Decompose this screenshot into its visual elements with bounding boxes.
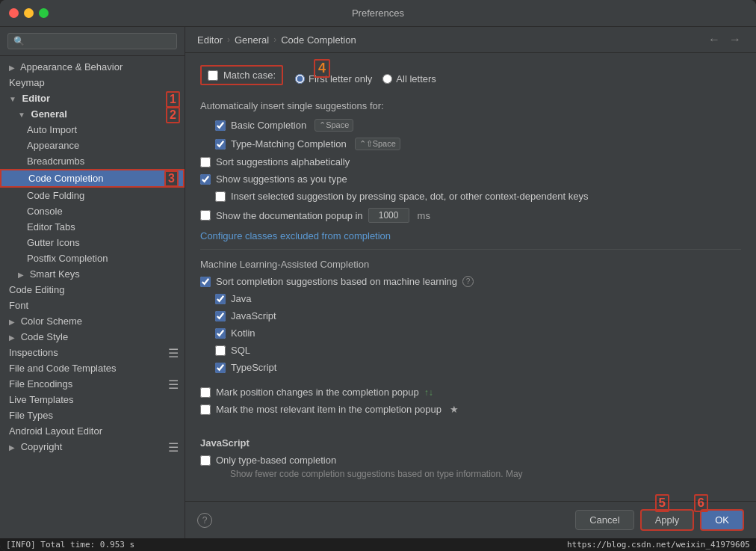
- sidebar-item-label: Editor: [22, 93, 51, 104]
- javascript-checkbox[interactable]: [215, 311, 226, 321]
- sort-alpha-label: Sort suggestions alphabetically: [216, 156, 350, 167]
- sql-checkbox[interactable]: [215, 345, 226, 356]
- typescript-checkbox[interactable]: [215, 363, 226, 373]
- insert-space-label: Insert selected suggestion by pressing s…: [231, 191, 588, 202]
- insert-space-checkbox[interactable]: [215, 191, 226, 202]
- type-matching-key: ⌃⇧Space: [355, 138, 400, 150]
- annotation-5: 5: [655, 494, 669, 512]
- sidebar-item-inspections[interactable]: Inspections ☰: [0, 345, 185, 360]
- close-button[interactable]: [9, 8, 19, 18]
- sidebar-item-file-types[interactable]: File Types: [0, 407, 185, 423]
- sidebar-item-editor[interactable]: ▼ Editor 1: [0, 90, 185, 106]
- sidebar-item-editor-tabs[interactable]: Editor Tabs: [0, 219, 185, 235]
- sort-alpha-checkbox[interactable]: [200, 157, 211, 167]
- sidebar-item-label: Color Scheme: [21, 315, 82, 327]
- sidebar-item-label: Editor Tabs: [27, 221, 75, 233]
- minimize-button[interactable]: [24, 8, 34, 18]
- sidebar-item-android-layout-editor[interactable]: Android Layout Editor: [0, 423, 185, 439]
- sidebar: ▶ Appearance & Behavior Keymap ▼ Editor …: [0, 27, 185, 538]
- sort-ml-label: Sort completion suggestions based on mac…: [216, 276, 457, 287]
- radio-all-letters-input[interactable]: [382, 74, 392, 84]
- sidebar-item-code-style[interactable]: ▶ Code Style: [0, 329, 185, 345]
- terminal-line: [INFO] Total time: 0.953 s: [6, 540, 134, 550]
- radio-first-letter-input[interactable]: [295, 74, 305, 84]
- inspections-icon: ☰: [168, 346, 179, 360]
- sidebar-item-console[interactable]: Console: [0, 203, 185, 219]
- sidebar-item-label: Appearance & Behavior: [20, 61, 123, 73]
- sidebar-item-code-folding[interactable]: Code Folding: [0, 188, 185, 203]
- popup-delay-input[interactable]: [368, 208, 409, 223]
- radio-all-letters[interactable]: All letters: [382, 73, 436, 84]
- cancel-button[interactable]: Cancel: [575, 510, 633, 530]
- sidebar-item-label: Font: [9, 300, 28, 311]
- sidebar-item-file-encodings[interactable]: File Encodings ☰: [0, 376, 185, 392]
- breadcrumb-editor: Editor: [197, 34, 223, 46]
- sidebar-item-color-scheme[interactable]: ▶ Color Scheme: [0, 313, 185, 329]
- sidebar-item-label: Appearance: [27, 140, 79, 151]
- help-icon[interactable]: ?: [462, 276, 474, 287]
- sidebar-item-gutter-icons[interactable]: Gutter Icons: [0, 235, 185, 250]
- footer: ? Cancel Apply OK 5 6: [185, 501, 756, 538]
- show-suggestions-row: Show suggestions as you type: [200, 173, 741, 185]
- sidebar-item-postfix-completion[interactable]: Postfix Completion: [0, 250, 185, 266]
- sidebar-item-smart-keys[interactable]: ▶ Smart Keys: [0, 266, 185, 282]
- expand-arrow: ▼: [18, 111, 25, 119]
- java-row: Java: [200, 293, 741, 304]
- maximize-button[interactable]: [39, 8, 49, 18]
- sidebar-item-label: Gutter Icons: [27, 237, 80, 248]
- arrow-up-down-icon: ↑↓: [424, 387, 433, 398]
- expand-arrow: ▶: [18, 271, 24, 279]
- forward-button[interactable]: →: [726, 33, 744, 46]
- ml-section-title: Machine Learning-Assisted Completion: [200, 259, 741, 270]
- sidebar-item-file-code-templates[interactable]: File and Code Templates: [0, 360, 185, 376]
- match-case-checkbox[interactable]: [208, 70, 218, 81]
- only-type-label: Only type-based completion: [216, 455, 336, 466]
- sidebar-item-appearance[interactable]: Appearance: [0, 138, 185, 153]
- mark-position-checkbox[interactable]: [200, 387, 211, 398]
- show-doc-popup-checkbox[interactable]: [200, 210, 211, 221]
- expand-arrow: ▼: [9, 95, 16, 103]
- sidebar-item-label: Auto Import: [27, 124, 77, 135]
- basic-completion-label: Basic Completion: [231, 120, 306, 131]
- ms-label: ms: [418, 210, 430, 221]
- sidebar-item-appearance-behavior[interactable]: ▶ Appearance & Behavior: [0, 59, 185, 75]
- annotation-4: 4: [314, 59, 330, 78]
- sidebar-item-code-editing[interactable]: Code Editing: [0, 282, 185, 298]
- file-encodings-icon: ☰: [168, 378, 179, 392]
- sidebar-item-copyright[interactable]: ▶ Copyright ☰: [0, 439, 185, 455]
- java-checkbox[interactable]: [215, 294, 226, 304]
- sql-row: SQL: [200, 345, 741, 356]
- help-button[interactable]: ?: [197, 513, 212, 528]
- show-suggestions-label: Show suggestions as you type: [216, 173, 347, 185]
- configure-link[interactable]: Configure classes excluded from completi…: [200, 230, 741, 241]
- radio-first-letter[interactable]: First letter only: [295, 73, 372, 84]
- sidebar-item-font[interactable]: Font: [0, 298, 185, 313]
- sidebar-item-general[interactable]: ▼ General 2: [0, 106, 185, 122]
- sidebar-item-code-completion[interactable]: Code Completion 3: [0, 169, 185, 188]
- sidebar-item-label: File Encodings: [9, 378, 72, 390]
- type-matching-checkbox[interactable]: [215, 139, 226, 150]
- show-doc-popup-label: Show the documentation popup in: [216, 210, 363, 221]
- sidebar-item-keymap[interactable]: Keymap: [0, 75, 185, 90]
- show-suggestions-checkbox[interactable]: [200, 174, 211, 185]
- kotlin-checkbox[interactable]: [215, 328, 226, 339]
- basic-completion-checkbox[interactable]: [215, 120, 226, 131]
- sidebar-item-label: File and Code Templates: [9, 363, 117, 374]
- sidebar-item-label: Console: [27, 206, 63, 217]
- sidebar-item-label: Android Layout Editor: [9, 425, 102, 437]
- sort-ml-checkbox[interactable]: [200, 277, 211, 287]
- annotation-2: 2: [166, 107, 180, 123]
- sidebar-item-auto-import[interactable]: Auto Import: [0, 122, 185, 138]
- search-input[interactable]: [7, 33, 177, 49]
- back-button[interactable]: ←: [705, 33, 723, 46]
- mark-relevant-checkbox[interactable]: [200, 404, 211, 415]
- divider-1: [200, 249, 741, 250]
- apply-button[interactable]: Apply: [640, 509, 695, 531]
- sidebar-item-label: Postfix Completion: [27, 253, 108, 264]
- sidebar-item-breadcrumbs[interactable]: Breadcrumbs: [0, 153, 185, 169]
- only-type-checkbox[interactable]: [200, 455, 211, 466]
- sidebar-item-label: Smart Keys: [30, 268, 80, 280]
- sidebar-item-live-templates[interactable]: Live Templates: [0, 392, 185, 407]
- sidebar-item-label: Inspections: [9, 347, 58, 358]
- ok-button[interactable]: OK: [700, 509, 744, 531]
